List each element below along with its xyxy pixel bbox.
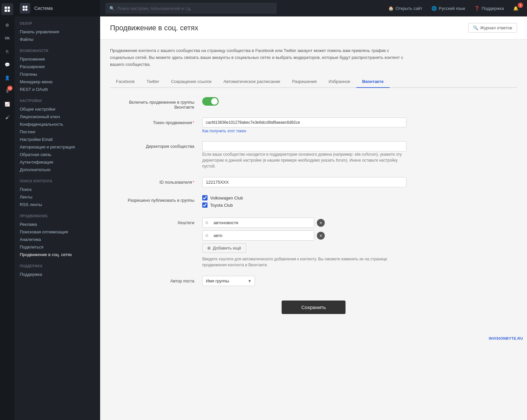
group-toyota-label: Toyota Club <box>210 203 233 208</box>
hashtags-help: Введите хэштеги для автоматического доба… <box>202 256 406 268</box>
page-description: Продвижение контента с вашего сообщества… <box>110 47 406 68</box>
sidebar-item-posting[interactable]: Постинг <box>20 128 95 136</box>
brush-icon-btn[interactable]: 🖌 <box>1 111 13 123</box>
section-search: ПОИСК КОНТЕНТА Поиск Ленты RSS ленты <box>20 179 95 208</box>
sidebar-item-authentication[interactable]: Аутентификация <box>20 158 95 166</box>
token-required: * <box>193 120 194 125</box>
footer-brand: INVISIONBYTE.RU <box>100 335 527 342</box>
chat-icon-btn[interactable]: 💬 <box>1 59 13 70</box>
sidebar-item-privacy[interactable]: Конфиденциальность <box>20 120 95 128</box>
sidebar-item-ads[interactable]: Реклама <box>20 221 95 228</box>
token-input[interactable] <box>202 118 406 127</box>
toggle-switch[interactable] <box>202 97 219 106</box>
sidebar-item-plugins[interactable]: Плагины <box>20 70 95 78</box>
logo-button[interactable] <box>1 3 13 15</box>
page-body: Продвижение контента с вашего сообщества… <box>100 39 527 335</box>
sidebar-item-feedback[interactable]: Обратная связь <box>20 151 95 158</box>
add-hashtag-button[interactable]: ⊕ Добавить ещё <box>202 243 246 253</box>
sidebar-item-dashboard[interactable]: Панель управления <box>20 28 95 36</box>
author-control: Имя группы Имя пользователя ▼ <box>202 276 406 286</box>
sidebar-item-files[interactable]: Файлы <box>20 36 95 43</box>
sidebar-item-additional[interactable]: Дополнительно <box>20 166 95 173</box>
user-id-required: * <box>193 180 194 185</box>
remove-hashtag-1[interactable]: × <box>317 219 325 227</box>
toggle-slider <box>202 97 219 106</box>
question-icon: ❓ <box>474 6 480 11</box>
user-id-control <box>202 177 406 187</box>
group-volkswagen: Volkswagen Club <box>202 195 406 200</box>
sidebar-item-apps[interactable]: Приложения <box>20 55 95 63</box>
sidebar-item-auth[interactable]: Авторизация и регистрация <box>20 143 95 151</box>
search-bar: 🔍 <box>105 3 277 14</box>
sidebar: Система ОБЗОР Панель управления Файлы ВО… <box>14 0 100 420</box>
author-row: Автор поста Имя группы Имя пользователя … <box>110 276 517 286</box>
user-icon-btn[interactable]: 👤 <box>1 72 13 84</box>
dollar-badge: 13 <box>7 86 13 91</box>
sidebar-item-rest[interactable]: REST и OAuth <box>20 86 95 93</box>
gear-icon-btn[interactable]: ⚙ <box>1 19 13 31</box>
vk-icon: VK <box>5 36 10 40</box>
search-input[interactable] <box>117 6 273 11</box>
journal-button[interactable]: 🔍 Журнал ответов <box>468 23 517 33</box>
search-icon-journal: 🔍 <box>473 25 478 30</box>
copy-icon: ⎘ <box>6 49 9 54</box>
support-button[interactable]: ❓ Поддержка <box>471 4 507 13</box>
content-area: Продвижение в соц. сетях 🔍 Журнал ответо… <box>100 16 527 420</box>
tab-facebook[interactable]: Facebook <box>110 76 141 88</box>
community-dir-help: Если ваше сообщество находится в поддире… <box>202 152 402 169</box>
save-section: Сохранить <box>110 294 517 327</box>
community-dir-input[interactable] <box>202 141 406 151</box>
groups-row: Разрешено публиковать в группы Volkswage… <box>110 195 517 210</box>
sidebar-item-email[interactable]: Настройки Email <box>20 136 95 143</box>
sidebar-item-analytics[interactable]: Аналитика <box>20 236 95 243</box>
groups-label: Разрешено публиковать в группы <box>110 195 202 203</box>
sidebar-item-general[interactable]: Общие настройки <box>20 105 95 113</box>
user-id-row: ID пользователя* <box>110 177 517 187</box>
sidebar-item-social[interactable]: Продвижение в соц. сетях <box>20 251 95 258</box>
sidebar-item-rss[interactable]: RSS ленты <box>20 201 95 208</box>
copy-icon-btn[interactable]: ⎘ <box>1 45 13 57</box>
sidebar-item-seo[interactable]: Поисковая оптимизация <box>20 228 95 236</box>
sidebar-content: ОБЗОР Панель управления Файлы ВОЗМОЖНОСТ… <box>14 16 100 420</box>
hashtag-input-1[interactable] <box>211 218 314 227</box>
tab-twitter[interactable]: Twitter <box>141 76 165 88</box>
plus-icon: ⊕ <box>207 246 211 250</box>
tab-permissions[interactable]: Разрешения <box>286 76 323 88</box>
section-support: ПОДДЕРЖКА Поддержка <box>20 264 95 278</box>
chart-icon-btn[interactable]: 📈 <box>1 98 13 110</box>
sidebar-item-search[interactable]: Поиск <box>20 186 95 193</box>
tab-url-shortener[interactable]: Сокращение ссылок <box>165 76 217 88</box>
sidebar-item-feeds[interactable]: Ленты <box>20 193 95 201</box>
language-button[interactable]: 🌐 Русский язык <box>428 4 468 13</box>
user-icon: 👤 <box>5 75 10 80</box>
tabs: Facebook Twitter Сокращение ссылок Автом… <box>110 76 517 88</box>
main-layout: 🔍 🏠 Открыть сайт 🌐 Русский язык ❓ Поддер… <box>100 0 527 420</box>
notification-button[interactable]: 🔔 1 <box>510 4 522 13</box>
tab-favorites[interactable]: Избранное <box>323 76 356 88</box>
group-volkswagen-checkbox[interactable] <box>202 195 208 200</box>
remove-hashtag-2[interactable]: × <box>317 232 325 240</box>
sidebar-item-license[interactable]: Лицензионный ключ <box>20 113 95 120</box>
sidebar-item-menu[interactable]: Менеджер меню <box>20 78 95 86</box>
group-toyota-checkbox[interactable] <box>202 202 208 208</box>
tab-vkontakte[interactable]: Вконтакте <box>356 76 390 88</box>
sidebar-item-extensions[interactable]: Расширения <box>20 63 95 70</box>
sidebar-item-support[interactable]: Поддержка <box>20 271 95 278</box>
sidebar-item-share[interactable]: Поделиться <box>20 243 95 251</box>
globe-icon: 🌐 <box>431 6 437 11</box>
notification-badge: 1 <box>518 3 523 8</box>
user-id-input[interactable] <box>202 177 406 187</box>
vk-icon-btn[interactable]: VK <box>1 32 13 44</box>
hashtags-control: ≡ × ≡ × ⊕ <box>202 218 406 268</box>
hashtag-input-2[interactable] <box>211 231 314 240</box>
save-button[interactable]: Сохранить <box>282 301 346 314</box>
token-help-link[interactable]: Как получить этот токен <box>202 129 406 133</box>
section-settings: НАСТРОЙКИ Общие настройки Лицензионный к… <box>20 99 95 173</box>
hashtag-row-1: ≡ × <box>202 218 406 228</box>
dollar-icon-btn[interactable]: $ 13 <box>1 85 13 97</box>
section-promo-title: ПРОДВИЖЕНИЕ <box>20 214 95 218</box>
topbar: 🔍 🏠 Открыть сайт 🌐 Русский язык ❓ Поддер… <box>100 0 527 16</box>
open-site-button[interactable]: 🏠 Открыть сайт <box>385 4 426 13</box>
tab-schedule[interactable]: Автоматическое расписание <box>217 76 286 88</box>
author-select[interactable]: Имя группы Имя пользователя <box>202 276 255 286</box>
